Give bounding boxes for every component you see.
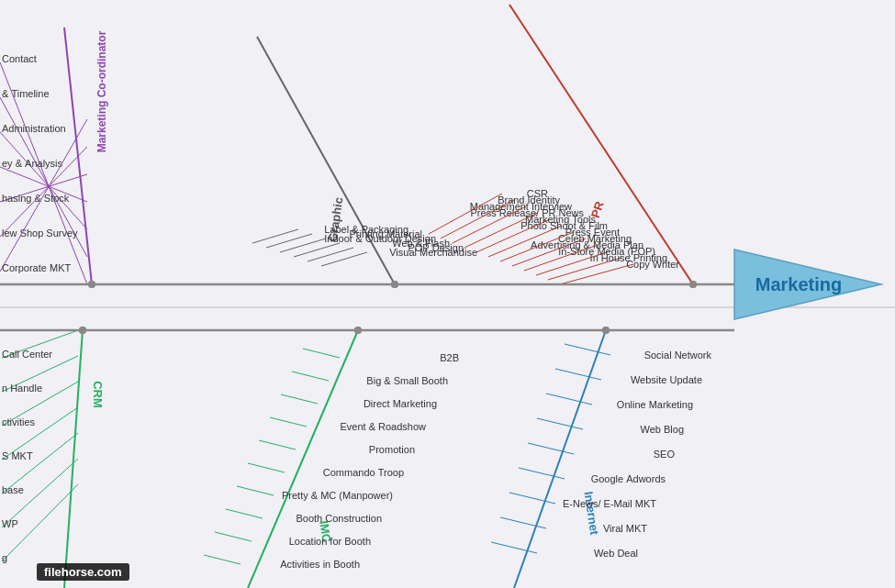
watermark-label: filehorse.com: [37, 563, 129, 581]
